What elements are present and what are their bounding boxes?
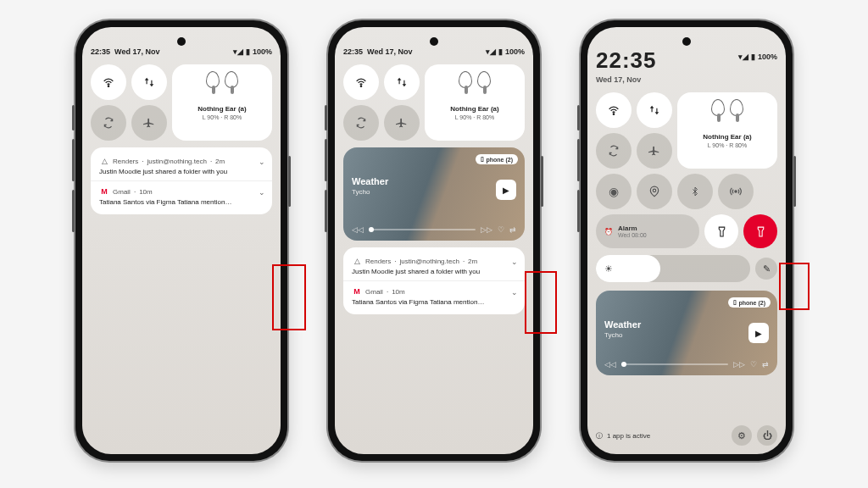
- earbuds-icon: [704, 99, 750, 128]
- media-title: Weather: [352, 176, 388, 186]
- earbuds-card[interactable]: Nothing Ear (a) L 90% · R 80%: [425, 64, 525, 141]
- chevron-down-icon[interactable]: ⌄: [259, 188, 265, 197]
- qs-airplane[interactable]: [384, 105, 420, 141]
- phone-mockup-3: 22:35 Wed 17, Nov ▾◢▮100% Nothing Ear (a…: [581, 20, 793, 461]
- qs-airplane[interactable]: [637, 133, 672, 169]
- qs-rotate[interactable]: [596, 133, 632, 169]
- play-button[interactable]: ▶: [496, 180, 516, 200]
- svg-point-4: [735, 191, 737, 192]
- qs-rotate[interactable]: [91, 105, 126, 141]
- chevron-down-icon[interactable]: ⌄: [511, 258, 518, 266]
- info-icon: ⓘ: [596, 431, 603, 441]
- like-button[interactable]: ♡: [498, 225, 504, 234]
- drive-icon: △: [99, 156, 109, 166]
- media-artist: Tycho: [352, 188, 370, 196]
- shuffle-button[interactable]: ⇄: [509, 225, 516, 234]
- signal-icon: ▾◢: [233, 47, 243, 56]
- brightness-slider[interactable]: ☀: [596, 255, 750, 282]
- gmail-icon: M: [352, 286, 362, 297]
- svg-point-1: [360, 86, 361, 86]
- battery-text: 100%: [253, 47, 272, 56]
- qs-airplane[interactable]: [131, 105, 167, 141]
- alarm-icon: ⏰: [604, 228, 613, 236]
- earbuds-name: Nothing Ear (a): [198, 105, 246, 113]
- output-device-chip[interactable]: ▯phone (2): [476, 154, 519, 164]
- media-player-card[interactable]: ▯phone (2) Weather Tycho ▶ ◁◁ ▷▷ ♡ ⇄: [596, 291, 777, 375]
- earbuds-card[interactable]: Nothing Ear (a) L 90% · R 80%: [172, 64, 272, 141]
- status-date: Wed 17, Nov: [114, 47, 159, 56]
- notification-item[interactable]: △ Renders · justin@nothing.tech · 2m Jus…: [91, 151, 272, 180]
- status-date: Wed 17, Nov: [596, 75, 657, 84]
- svg-point-2: [613, 114, 614, 114]
- notification-list: △ Renders · justin@nothing.tech · 2m Jus…: [91, 147, 272, 214]
- signal-icon: ▾◢: [738, 53, 748, 61]
- media-progress[interactable]: [369, 229, 476, 230]
- earbuds-battery: L 90% · R 80%: [203, 114, 242, 120]
- media-progress[interactable]: [621, 363, 728, 365]
- notification-item[interactable]: M Gmail · 10m Tatiana Santos via Figma T…: [91, 180, 272, 211]
- svg-point-3: [653, 189, 656, 192]
- prev-button[interactable]: ◁◁: [352, 225, 364, 234]
- power-button[interactable]: ⏻: [757, 425, 777, 446]
- drive-icon: △: [352, 256, 362, 266]
- status-bar: 22:35 Wed 17, Nov ▾◢▮100%: [343, 47, 525, 56]
- earbuds-icon: [199, 71, 245, 100]
- battery-icon: ▮: [751, 53, 755, 61]
- earbuds-card[interactable]: Nothing Ear (a) L 90% · R 80%: [677, 92, 777, 169]
- phone-icon: ▯: [733, 299, 737, 306]
- qs-rotate[interactable]: [343, 105, 379, 141]
- signal-icon: ▾◢: [486, 47, 496, 56]
- qs-data[interactable]: [384, 64, 420, 100]
- phone-mockup-2: 22:35 Wed 17, Nov ▾◢▮100% Nothing Ear (a…: [328, 20, 540, 461]
- battery-icon: ▮: [498, 47, 503, 56]
- qs-flashlight-on[interactable]: [743, 214, 777, 248]
- highlight-box: [525, 271, 557, 334]
- qs-hotspot[interactable]: [718, 174, 754, 209]
- qs-data[interactable]: [131, 64, 167, 100]
- svg-point-0: [108, 86, 108, 86]
- qs-wifi[interactable]: [343, 64, 379, 100]
- phone-icon: ▯: [481, 156, 484, 163]
- battery-icon: ▮: [246, 47, 250, 56]
- phone-mockup-1: 22:35 Wed 17, Nov ▾◢ ▮ 100% Noth: [75, 20, 287, 461]
- active-apps-chip[interactable]: ⓘ 1 app is active: [596, 431, 650, 441]
- chevron-down-icon[interactable]: ⌄: [511, 288, 518, 297]
- qs-dnd[interactable]: ◉: [596, 174, 632, 209]
- next-button[interactable]: ▷▷: [733, 360, 745, 369]
- qs-wifi[interactable]: [596, 92, 632, 128]
- status-time: 22:35: [91, 47, 110, 56]
- gmail-icon: M: [99, 186, 109, 197]
- highlight-box: [779, 263, 810, 310]
- earbuds-icon: [452, 71, 498, 100]
- settings-button[interactable]: ⚙: [732, 425, 752, 446]
- status-time-large: 22:35: [596, 47, 657, 74]
- play-button[interactable]: ▶: [748, 323, 769, 343]
- output-device-chip[interactable]: ▯phone (2): [728, 297, 771, 308]
- status-bar: 22:35 Wed 17, Nov ▾◢ ▮ 100%: [91, 47, 272, 56]
- qs-wifi[interactable]: [91, 64, 126, 100]
- like-button[interactable]: ♡: [750, 360, 757, 369]
- notification-item[interactable]: △ Renders· justin@nothing.tech· 2m Justi…: [343, 251, 525, 280]
- prev-button[interactable]: ◁◁: [604, 360, 616, 369]
- edit-button[interactable]: ✎: [755, 258, 777, 280]
- qs-flashlight-off[interactable]: [704, 214, 738, 248]
- media-player-card[interactable]: ▯phone (2) Weather Tycho ▶ ◁◁ ▷▷ ♡ ⇄: [343, 147, 525, 241]
- status-bar: 22:35 Wed 17, Nov ▾◢▮100%: [596, 47, 777, 84]
- brightness-icon: ☀: [604, 263, 613, 274]
- notification-item[interactable]: M Gmail· 10m Tatiana Santos via Figma Ta…: [343, 280, 525, 311]
- highlight-box: [272, 264, 306, 330]
- qs-bluetooth[interactable]: [677, 174, 713, 209]
- shuffle-button[interactable]: ⇄: [762, 360, 769, 369]
- chevron-down-icon[interactable]: ⌄: [259, 158, 265, 166]
- next-button[interactable]: ▷▷: [481, 225, 492, 234]
- qs-location[interactable]: [637, 174, 672, 209]
- qs-data[interactable]: [637, 92, 672, 128]
- notification-list: △ Renders· justin@nothing.tech· 2m Justi…: [343, 247, 525, 314]
- qs-alarm[interactable]: ⏰ Alarm Wed 08:00: [596, 214, 699, 248]
